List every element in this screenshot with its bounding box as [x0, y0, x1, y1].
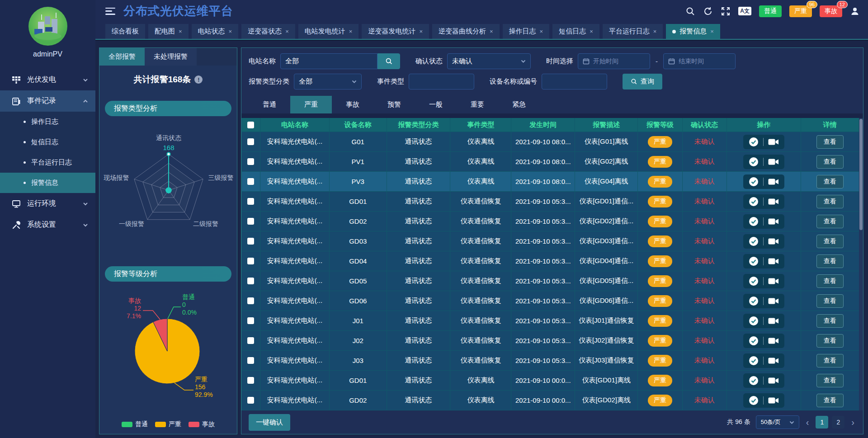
camera-button[interactable] — [768, 198, 779, 205]
search-icon[interactable] — [685, 6, 695, 16]
row-checkbox[interactable] — [247, 357, 254, 364]
camera-button[interactable] — [768, 317, 779, 325]
close-icon[interactable]: × — [490, 28, 493, 35]
confirm-status-select[interactable]: 未确认 — [447, 53, 531, 69]
confirm-button[interactable] — [749, 256, 759, 266]
row-checkbox[interactable] — [247, 138, 254, 145]
confirm-button[interactable] — [749, 197, 759, 207]
view-detail-button[interactable]: 查看 — [816, 235, 844, 248]
camera-button[interactable] — [768, 238, 779, 245]
tab[interactable]: 电站发电统计 × — [298, 24, 359, 39]
severity-tab[interactable]: 一般 — [415, 96, 457, 113]
tab-unhandled-alarms[interactable]: 未处理报警 — [145, 48, 197, 66]
confirm-button[interactable] — [749, 296, 759, 306]
view-detail-button[interactable]: 查看 — [816, 195, 844, 208]
close-icon[interactable]: × — [179, 28, 182, 35]
row-checkbox[interactable] — [247, 258, 254, 264]
tab[interactable]: 逆变器曲线分析 × — [432, 24, 500, 39]
sidebar-item-system-settings[interactable]: 系统设置 — [0, 214, 95, 235]
camera-button[interactable] — [768, 377, 779, 384]
query-button[interactable]: 查询 — [623, 74, 662, 89]
fullscreen-icon[interactable] — [721, 6, 731, 16]
alarm-level-badge[interactable]: 普通 — [759, 5, 782, 17]
row-checkbox[interactable] — [247, 397, 254, 404]
sidebar-item-sms-log[interactable]: 短信日志 — [0, 132, 95, 152]
row-checkbox[interactable] — [247, 297, 254, 304]
view-detail-button[interactable]: 查看 — [816, 254, 844, 268]
severity-tab[interactable]: 事故 — [332, 96, 373, 113]
camera-button[interactable] — [768, 158, 779, 165]
event-type-input[interactable] — [409, 74, 474, 89]
user-icon[interactable] — [850, 6, 860, 16]
tab[interactable]: 逆变器状态 × — [241, 24, 295, 39]
confirm-button[interactable] — [749, 177, 759, 187]
confirm-button[interactable] — [749, 137, 759, 147]
end-date-input[interactable]: 结束时间 — [663, 53, 736, 69]
row-checkbox[interactable] — [247, 218, 254, 225]
confirm-all-button[interactable]: 一键确认 — [249, 414, 290, 431]
camera-button[interactable] — [768, 357, 779, 364]
sidebar-item-event-records[interactable]: 事件记录 — [0, 90, 95, 112]
confirm-button[interactable] — [749, 376, 759, 386]
view-detail-button[interactable]: 查看 — [816, 294, 844, 308]
refresh-icon[interactable] — [703, 6, 713, 16]
camera-button[interactable] — [768, 178, 779, 185]
station-search-button[interactable] — [377, 53, 400, 69]
close-icon[interactable]: × — [710, 28, 714, 35]
sidebar-item-pv-generation[interactable]: 光伏发电 — [0, 69, 95, 90]
row-checkbox[interactable] — [247, 158, 254, 165]
camera-button[interactable] — [768, 218, 779, 225]
page-number[interactable]: 1 — [816, 416, 828, 429]
start-date-input[interactable]: 开始时间 — [578, 53, 650, 69]
severity-tab[interactable]: 预警 — [373, 96, 415, 113]
confirm-button[interactable] — [749, 217, 759, 226]
view-detail-button[interactable]: 查看 — [816, 175, 844, 188]
sidebar-item-alarm-info[interactable]: 报警信息 — [0, 173, 95, 193]
page-size-select[interactable]: 50条/页 — [756, 415, 799, 429]
confirm-button[interactable] — [749, 356, 759, 366]
alarm-type-select[interactable]: 全部 — [294, 74, 362, 89]
info-icon[interactable]: ! — [194, 75, 203, 84]
camera-button[interactable] — [768, 138, 779, 146]
tab[interactable]: 报警信息 × — [666, 24, 720, 39]
row-checkbox[interactable] — [247, 337, 254, 344]
view-detail-button[interactable]: 查看 — [816, 374, 844, 387]
view-detail-button[interactable]: 查看 — [816, 155, 844, 169]
severity-tab[interactable]: 重要 — [457, 96, 498, 113]
view-detail-button[interactable]: 查看 — [816, 354, 844, 367]
severity-tab[interactable]: 严重 — [290, 96, 332, 113]
camera-button[interactable] — [768, 278, 779, 285]
row-checkbox[interactable] — [247, 178, 254, 185]
confirm-button[interactable] — [749, 336, 759, 346]
severity-tab[interactable]: 普通 — [249, 96, 290, 113]
confirm-button[interactable] — [749, 157, 759, 167]
alarm-level-badge[interactable]: 事故 12 — [820, 5, 842, 17]
view-detail-button[interactable]: 查看 — [816, 274, 844, 288]
row-checkbox[interactable] — [247, 377, 254, 384]
tab[interactable]: 电站状态 × — [192, 24, 239, 39]
camera-button[interactable] — [768, 337, 779, 344]
tab[interactable]: 配电图 × — [148, 24, 189, 39]
scrollbar-thumb[interactable] — [859, 119, 863, 230]
tab[interactable]: 平台运行日志 × — [603, 24, 663, 39]
confirm-button[interactable] — [749, 316, 759, 326]
view-detail-button[interactable]: 查看 — [816, 215, 844, 228]
row-checkbox[interactable] — [247, 317, 254, 324]
close-icon[interactable]: × — [653, 28, 657, 35]
prev-page-icon[interactable]: ‹ — [805, 418, 811, 427]
tab[interactable]: 操作日志 × — [503, 24, 550, 39]
collapse-menu-icon[interactable] — [105, 8, 115, 15]
view-detail-button[interactable]: 查看 — [816, 394, 844, 407]
close-icon[interactable]: × — [349, 28, 353, 35]
page-number[interactable]: 2 — [832, 416, 844, 429]
tab-all-alarms[interactable]: 全部报警 — [99, 48, 145, 66]
tab[interactable]: 短信日志 × — [552, 24, 599, 39]
sidebar-item-operation-log[interactable]: 操作日志 — [0, 112, 95, 132]
view-detail-button[interactable]: 查看 — [816, 314, 844, 328]
language-icon[interactable]: A文 — [738, 7, 751, 15]
tab[interactable]: 综合看板 × — [105, 24, 145, 39]
next-page-icon[interactable]: › — [850, 418, 856, 427]
alarm-level-badge[interactable]: 严重 96 — [789, 5, 812, 17]
view-detail-button[interactable]: 查看 — [816, 135, 844, 149]
confirm-button[interactable] — [749, 236, 759, 246]
